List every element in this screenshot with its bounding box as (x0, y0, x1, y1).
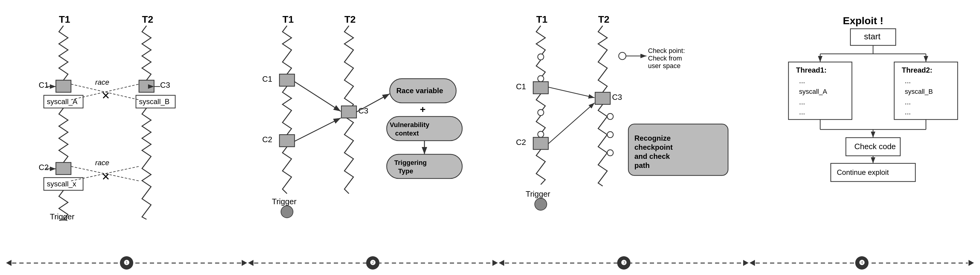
s3-c1-label: C1 (516, 82, 526, 91)
s3-t2-cp-2 (607, 132, 613, 138)
race-x-2: ✕ (102, 171, 110, 182)
bottom-arrows-row: ❶ ❷ ❸ (0, 251, 980, 275)
section-4-inner: Exploit ! start Thread1: ... syscall_A .… (764, 9, 980, 221)
s4-exploit-title: Exploit ! (843, 15, 883, 26)
arrow-section-1: ❶ (6, 260, 247, 266)
s3-checkpoint-text-3: user space (648, 62, 681, 70)
s4-continue-text: Continue exploit (837, 168, 889, 176)
section-3-inner: T1 T2 C1 (511, 9, 752, 221)
syscall-a-text: syscall_A (47, 98, 77, 106)
s3-t2-spring-top (598, 26, 607, 92)
s3-recognize-text-1: Recognize (635, 134, 671, 142)
section-3: T1 T2 C1 (504, 9, 758, 251)
section-1-svg: T1 T2 C1 syscall_A (12, 9, 245, 221)
s2-race-variable-text: Race variable (396, 86, 443, 95)
s3-check-circle-4 (538, 131, 544, 138)
s2-c1-box (280, 74, 294, 86)
s2-t1-spring-bot (282, 147, 291, 193)
c1-box (56, 80, 71, 92)
t1-spring-top (59, 26, 68, 80)
s4-thread1-dots3: ... (799, 108, 805, 116)
c3-label: C3 (160, 80, 170, 90)
c3-box (139, 80, 154, 92)
section-1-inner: T1 T2 C1 syscall_A (12, 9, 245, 221)
badge-3: ❸ (617, 256, 630, 270)
t2-spring-top (142, 26, 151, 80)
s4-check-code-text: Check code (854, 142, 896, 151)
s4-thread1-syscall: syscall_A (799, 88, 827, 95)
t1-label: T1 (59, 14, 70, 25)
s3-t2-label: T2 (598, 14, 609, 25)
section-2-inner: T1 T2 C1 C2 Trigger (257, 9, 498, 221)
s3-trigger-label: Trigger (526, 189, 550, 198)
s4-thread2-syscall: syscall_B (905, 88, 933, 95)
s3-arrow-c1-c3 (548, 87, 595, 98)
s4-thread1-label: Thread1: (796, 66, 827, 74)
section-2-svg: T1 T2 C1 C2 Trigger (257, 9, 498, 221)
badge-1: ❶ (120, 256, 133, 270)
s3-t1-spring-top (536, 26, 545, 56)
s3-arrow-c2-c3 (548, 103, 595, 144)
s3-t2-check-circle (619, 52, 626, 59)
syscall-b-text: syscall_B (139, 98, 169, 106)
s3-t2-cp-3 (607, 150, 613, 156)
badge-2: ❷ (366, 256, 379, 270)
s3-c2-label: C2 (516, 138, 526, 147)
s3-check-circle-2 (538, 76, 544, 82)
section-4-svg: Exploit ! start Thread1: ... syscall_A .… (764, 9, 980, 221)
s2-triggering-text-2: Type (398, 167, 413, 175)
s3-check-circle-1 (538, 54, 544, 60)
s2-arrow-c1-c3 (294, 82, 341, 111)
arrow-right-4 (969, 260, 974, 266)
s4-thread1-dots1: ... (799, 77, 805, 85)
arrow-section-4: ❹ (749, 260, 974, 266)
main-container: T1 T2 C1 syscall_A (0, 0, 980, 275)
arrow-section-3: ❸ (499, 260, 749, 266)
s3-t2-spring-bot (598, 104, 607, 186)
s2-t1-spring-mid (282, 86, 291, 134)
section-4: Exploit ! start Thread1: ... syscall_A .… (758, 9, 980, 251)
diagram-area: T1 T2 C1 syscall_A (0, 0, 980, 251)
race-x-1: ✕ (102, 90, 110, 101)
s3-check-circle-3 (538, 110, 544, 115)
race-text-2: race (95, 158, 109, 167)
s2-vulnerability-text-2: context (395, 130, 419, 137)
s4-thread1-dots2: ... (799, 98, 805, 106)
s3-c3-box (595, 92, 610, 104)
s2-c1-label: C1 (262, 74, 272, 83)
s3-recognize-text-3: and check (635, 152, 670, 160)
s4-thread2-dots2: ... (905, 98, 911, 106)
s3-c2-box (533, 138, 548, 149)
arrow-section-2: ❷ (248, 260, 498, 266)
s2-t1-label: T1 (282, 14, 294, 25)
s2-trigger-label: Trigger (272, 197, 297, 206)
s4-thread2-label: Thread2: (902, 66, 932, 74)
s2-vulnerability-text-1: Vulnerability (390, 121, 430, 129)
s3-checkpoint-text-2: Check from (648, 54, 682, 62)
s3-recognize-text-4: path (635, 161, 650, 169)
race-text-1: race (95, 78, 109, 86)
s2-t1-spring-top (282, 26, 291, 74)
t2-spring-bot (142, 108, 151, 219)
arrow-left-2 (248, 260, 253, 266)
s2-plus-sign: + (420, 104, 426, 115)
s3-c1-box (533, 82, 548, 94)
s2-triggering-box (387, 154, 462, 179)
c1-label: C1 (39, 80, 49, 90)
c2-label: C2 (39, 163, 49, 172)
arrow-right-3 (743, 260, 749, 266)
s2-c2-label: C2 (262, 135, 272, 144)
s2-triggering-text-1: Triggering (394, 159, 427, 166)
badge-4: ❹ (855, 256, 869, 270)
arrow-left-1 (6, 260, 11, 266)
s3-checkpoint-text-1: Check point: (648, 47, 685, 54)
section-2: T1 T2 C1 C2 Trigger (251, 9, 504, 251)
arrow-right-2 (492, 260, 498, 266)
arrow-left-3 (499, 260, 504, 266)
s3-c3-label: C3 (612, 93, 622, 102)
t2-label: T2 (142, 14, 153, 25)
s2-arrow-c3-race (356, 94, 390, 112)
section-1: T1 T2 C1 syscall_A (6, 9, 251, 251)
arrow-left-4 (749, 260, 755, 266)
arrow-right-1 (242, 260, 247, 266)
